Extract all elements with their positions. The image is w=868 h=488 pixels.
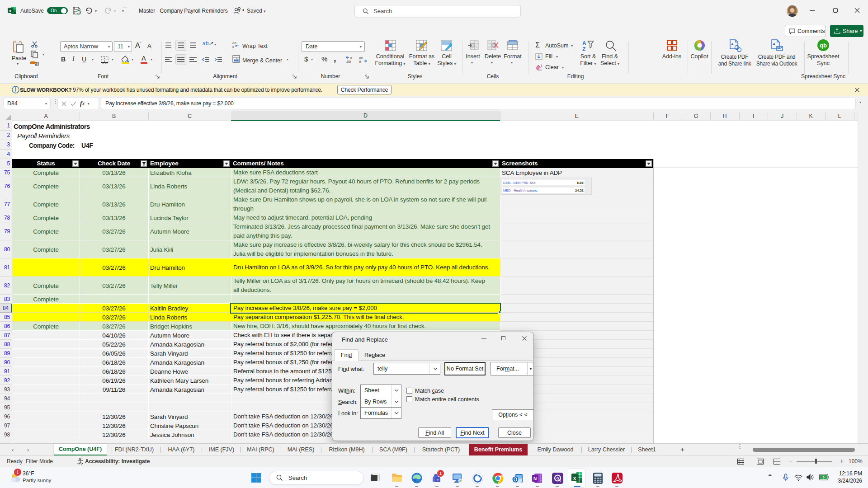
svg-text:x: x <box>573 475 576 481</box>
svg-text:x: x <box>9 9 11 13</box>
svg-text:0: 0 <box>359 60 361 63</box>
svg-text:A: A <box>772 42 775 46</box>
svg-text:G: G <box>557 477 559 480</box>
svg-text:.00: .00 <box>346 60 351 63</box>
svg-text:A: A <box>582 40 586 47</box>
svg-text:c: c <box>232 45 234 48</box>
svg-text:N: N <box>533 476 537 481</box>
svg-text:T: T <box>437 478 439 482</box>
svg-text:A: A <box>731 42 734 46</box>
svg-text:Z: Z <box>582 46 585 52</box>
svg-text:qb: qb <box>820 42 827 49</box>
